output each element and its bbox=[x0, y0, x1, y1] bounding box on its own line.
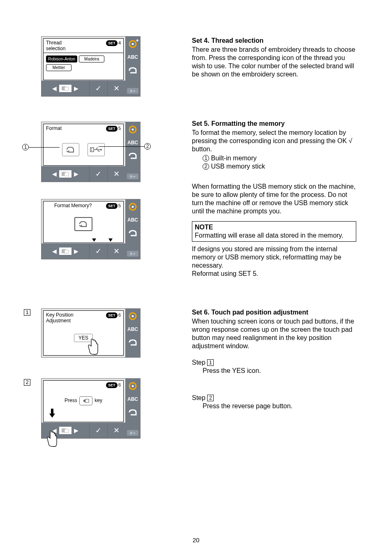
set-num: 5 bbox=[118, 203, 121, 208]
screen-main: SET6 Press key bbox=[43, 380, 124, 422]
ok-button[interactable]: ✓ bbox=[89, 423, 107, 438]
builtin-memory-button[interactable] bbox=[62, 143, 79, 156]
set-num: 6 bbox=[118, 312, 121, 317]
set5-li2: USB memory stick bbox=[211, 163, 265, 170]
step1-body: Press the YES icon. bbox=[203, 367, 356, 375]
page-indicator bbox=[59, 170, 71, 178]
set5-body3: If designs you stored are missing from t… bbox=[192, 245, 356, 270]
set5-body1: To format the memory, select the memory … bbox=[192, 129, 356, 153]
bottom-bar: ◀ ▶ ✓ ✕ bbox=[42, 81, 125, 96]
set4-body: There are three brands of embroidery thr… bbox=[192, 46, 356, 79]
down-arrow-icon bbox=[49, 409, 55, 419]
pointer-hand-icon bbox=[87, 339, 99, 355]
return-tab-icon[interactable] bbox=[127, 228, 138, 238]
page-prev-icon[interactable]: ◀ bbox=[52, 248, 57, 254]
set-badge: SET bbox=[106, 40, 118, 46]
panel-title: Key Position Adjustment bbox=[46, 312, 74, 324]
callout-1: 1 bbox=[22, 144, 29, 150]
usb-tab-icon[interactable]: ⎘⇢ bbox=[127, 173, 138, 179]
svg-point-7 bbox=[100, 149, 102, 150]
screen-main: Key Position Adjustment SET6 YES bbox=[43, 310, 124, 356]
step2-label: Step bbox=[192, 394, 205, 401]
ok-button[interactable]: ✓ bbox=[89, 166, 107, 182]
thread-option-mettler[interactable]: Mettler bbox=[46, 64, 71, 71]
return-tab-icon[interactable] bbox=[127, 338, 138, 347]
set6-body: When touching screen icons or touch pad … bbox=[192, 317, 356, 350]
svg-rect-15 bbox=[65, 250, 69, 253]
side-tabs: ABC ⎘⇢ bbox=[125, 122, 140, 182]
abc-tab[interactable]: ABC bbox=[127, 394, 138, 404]
thread-option-robison[interactable]: Robison-Anton bbox=[46, 56, 77, 62]
return-tab-icon[interactable] bbox=[127, 151, 138, 161]
svg-rect-23 bbox=[65, 429, 69, 432]
thread-selection-screen: Thread selection SET4 Robison-Anton Made… bbox=[41, 36, 141, 97]
format-screen: Format SET5 ABC ⎘⇢ ◀ ▶ bbox=[41, 122, 141, 182]
note-body: Formatting will erase all data stored in… bbox=[195, 231, 353, 240]
step1-label: Step bbox=[192, 359, 205, 366]
page-next-icon[interactable]: ▶ bbox=[74, 427, 78, 434]
page-next-icon[interactable]: ▶ bbox=[74, 85, 78, 92]
key-position-screen-2: SET6 Press key ABC ⎘⇢ ◀ ▶ bbox=[41, 378, 141, 439]
circled-2: 2 bbox=[203, 163, 209, 170]
svg-rect-5 bbox=[91, 148, 92, 149]
usb-tab-icon[interactable]: ⎘⇢ bbox=[127, 88, 138, 94]
settings-tab-icon[interactable] bbox=[127, 202, 138, 212]
page-number: 20 bbox=[0, 536, 392, 543]
page-indicator bbox=[59, 247, 71, 255]
screen-main: Format SET5 bbox=[43, 124, 124, 166]
step1-num: 1 bbox=[207, 359, 214, 366]
settings-tab-icon[interactable] bbox=[127, 311, 138, 321]
svg-point-9 bbox=[132, 129, 134, 131]
set-badge: SET bbox=[106, 203, 118, 209]
side-tabs: ✦ ABC ⎘⇢ bbox=[125, 37, 140, 96]
note-title: NOTE bbox=[195, 223, 353, 231]
reverse-page-key-icon bbox=[79, 396, 92, 405]
note-box: NOTE Formatting will erase all data stor… bbox=[192, 221, 356, 242]
set-num: 6 bbox=[118, 382, 121, 387]
callout-2: 2 bbox=[144, 143, 151, 150]
format-confirm-screen: Format Memory? SET5 ABC ⎘⇢ ◀ ▶ bbox=[41, 199, 141, 259]
page-next-icon[interactable]: ▶ bbox=[74, 248, 78, 254]
panel-title: Format Memory? bbox=[54, 203, 92, 209]
return-tab-icon[interactable] bbox=[127, 407, 138, 417]
set-badge: SET bbox=[106, 312, 118, 318]
page-indicator bbox=[59, 427, 71, 434]
svg-point-21 bbox=[132, 385, 134, 387]
usb-tab-icon[interactable]: ⎘⇢ bbox=[127, 251, 138, 257]
settings-tab-icon[interactable]: ✦ bbox=[127, 39, 138, 49]
settings-tab-icon[interactable] bbox=[127, 381, 138, 391]
set5-li1: Built-in memory bbox=[211, 155, 256, 162]
settings-tab-icon[interactable] bbox=[127, 125, 138, 134]
svg-point-13 bbox=[132, 206, 134, 208]
usb-tab-icon[interactable]: ⎘⇢ bbox=[127, 430, 138, 436]
cancel-button[interactable]: ✕ bbox=[107, 166, 125, 182]
return-tab-icon[interactable] bbox=[127, 65, 138, 75]
set-badge: SET bbox=[106, 382, 118, 388]
cancel-button[interactable]: ✕ bbox=[107, 81, 125, 96]
screen-main: Format Memory? SET5 bbox=[43, 201, 124, 243]
svg-rect-18 bbox=[85, 399, 89, 402]
svg-point-17 bbox=[132, 315, 134, 317]
ok-button[interactable]: ✓ bbox=[89, 81, 107, 96]
thread-option-madeira[interactable]: Madeira bbox=[79, 56, 104, 62]
screen-main: Thread selection SET4 Robison-Anton Made… bbox=[43, 38, 124, 80]
confirm-arrow-2 bbox=[108, 238, 113, 242]
left-step-1: 1 bbox=[24, 309, 30, 316]
page-next-icon[interactable]: ▶ bbox=[74, 171, 78, 177]
pointer-hand-icon bbox=[46, 431, 58, 447]
set-num: 5 bbox=[118, 126, 121, 131]
usb-memory-button[interactable] bbox=[88, 143, 105, 156]
cancel-button[interactable]: ✕ bbox=[107, 243, 125, 259]
svg-rect-4 bbox=[90, 148, 94, 152]
page-prev-icon[interactable]: ◀ bbox=[52, 85, 57, 92]
svg-rect-3 bbox=[65, 87, 69, 90]
page-prev-icon[interactable]: ◀ bbox=[52, 171, 57, 177]
abc-tab[interactable]: ABC bbox=[127, 215, 138, 225]
svg-rect-6 bbox=[91, 150, 92, 151]
cancel-button[interactable]: ✕ bbox=[107, 423, 125, 438]
abc-tab[interactable]: ABC bbox=[127, 324, 138, 334]
set6-heading: Set 6. Touch pad position adjustment bbox=[192, 308, 356, 317]
set4-heading: Set 4. Thread selection bbox=[192, 37, 356, 45]
ok-button[interactable]: ✓ bbox=[89, 243, 107, 259]
abc-tab[interactable]: ABC bbox=[127, 52, 138, 62]
